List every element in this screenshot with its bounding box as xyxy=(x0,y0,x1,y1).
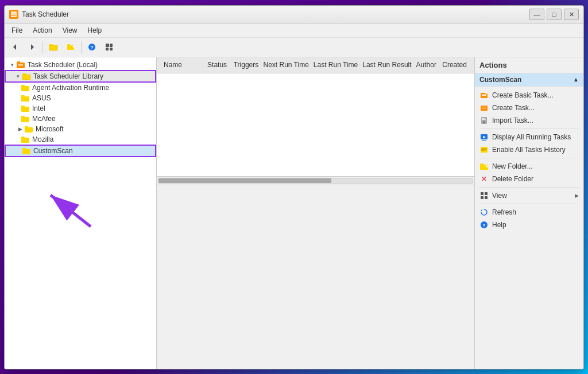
action-create-basic-task[interactable]: Create Basic Task... xyxy=(475,89,583,102)
menu-help[interactable]: Help xyxy=(83,25,107,36)
refresh-icon xyxy=(479,208,489,217)
sidebar-item-library[interactable]: ▾ Task Scheduler Library xyxy=(5,70,156,83)
tree-arrow-microsoft: ▶ xyxy=(16,125,24,133)
svg-rect-27 xyxy=(21,96,29,102)
action-new-folder[interactable]: New Folder... xyxy=(475,160,583,173)
svg-rect-5 xyxy=(49,45,57,50)
sidebar-mcafee-label: McAfee xyxy=(32,115,56,123)
enable-history-label: Enable All Tasks History xyxy=(492,146,566,154)
menu-bar: File Action View Help xyxy=(5,24,583,38)
svg-rect-62 xyxy=(486,165,488,167)
minimize-button[interactable]: — xyxy=(529,9,544,20)
svg-rect-15 xyxy=(110,44,113,47)
svg-rect-42 xyxy=(482,95,486,96)
toolbar-back[interactable] xyxy=(7,40,23,54)
action-help[interactable]: ? Help xyxy=(475,219,583,231)
action-view[interactable]: View ▶ xyxy=(475,189,583,202)
svg-rect-28 xyxy=(21,95,25,97)
svg-rect-44 xyxy=(485,92,488,93)
tree-arrow-root: ▾ xyxy=(8,61,16,69)
sidebar-agent-label: Agent Activation Runtime xyxy=(32,84,109,92)
annotation-arrow xyxy=(22,163,108,232)
action-separator-3 xyxy=(479,187,579,188)
menu-file[interactable]: File xyxy=(7,25,27,36)
lower-panel xyxy=(157,185,474,369)
toolbar-help[interactable]: ? xyxy=(84,40,100,54)
svg-rect-17 xyxy=(110,48,113,50)
sidebar-item-intel[interactable]: Intel xyxy=(5,103,156,114)
scrollbar-track[interactable] xyxy=(158,178,473,184)
sidebar-item-mozilla[interactable]: Mozilla xyxy=(5,134,156,145)
svg-text:✕: ✕ xyxy=(481,175,487,183)
scrollbar-thumb[interactable] xyxy=(158,178,331,183)
sidebar-item-microsoft[interactable]: ▶ Microsoft xyxy=(5,124,156,134)
task-scheduler-icon xyxy=(16,61,25,69)
horizontal-scrollbar[interactable] xyxy=(157,177,474,185)
svg-rect-9 xyxy=(67,44,70,46)
action-enable-history[interactable]: Enable All Tasks History xyxy=(475,143,583,156)
menu-action[interactable]: Action xyxy=(28,25,56,36)
svg-rect-2 xyxy=(11,15,16,15)
action-create-task[interactable]: Create Task... xyxy=(475,102,583,114)
close-button[interactable]: ✕ xyxy=(564,9,579,20)
toolbar-folder[interactable] xyxy=(45,40,61,54)
toolbar-new[interactable] xyxy=(63,40,79,54)
action-display-running[interactable]: Display All Running Tasks xyxy=(475,131,583,143)
sidebar-item-mcafee[interactable]: McAfee xyxy=(5,114,156,124)
delete-folder-label: Delete Folder xyxy=(492,175,533,183)
maximize-button[interactable]: □ xyxy=(547,9,562,20)
svg-rect-57 xyxy=(481,149,487,150)
sidebar-item-asus[interactable]: ASUS xyxy=(5,93,156,103)
action-separator-2 xyxy=(479,158,579,158)
actions-selected-label: CustomScan xyxy=(479,76,521,84)
col-header-author[interactable]: Author xyxy=(414,61,440,69)
sidebar-asus-label: ASUS xyxy=(32,94,51,102)
svg-rect-33 xyxy=(25,127,33,133)
col-header-created[interactable]: Created xyxy=(440,61,470,69)
help-icon: ? xyxy=(479,220,489,229)
sidebar-item-agent[interactable]: Agent Activation Runtime xyxy=(5,83,156,93)
sidebar: ▾ Task Scheduler (Local) ▾ Task Schedule… xyxy=(5,57,157,369)
enable-history-icon xyxy=(479,145,489,154)
svg-rect-36 xyxy=(21,137,25,138)
svg-rect-29 xyxy=(21,107,29,112)
sidebar-item-customscan[interactable]: CustomScan xyxy=(5,145,156,157)
svg-rect-1 xyxy=(11,14,16,14)
actions-list: Create Basic Task... Create Task... xyxy=(475,87,583,233)
svg-rect-46 xyxy=(482,107,486,107)
col-header-next-run[interactable]: Next Run Time xyxy=(261,61,311,69)
folder-icon-asus xyxy=(21,94,30,102)
sidebar-intel-label: Intel xyxy=(32,104,45,112)
action-separator-4 xyxy=(479,204,579,204)
col-header-triggers[interactable]: Triggers xyxy=(231,61,261,69)
folder-icon-mozilla xyxy=(21,135,30,143)
sidebar-mozilla-label: Mozilla xyxy=(32,135,53,143)
action-delete-folder[interactable]: ✕ Delete Folder xyxy=(475,173,583,185)
col-header-status[interactable]: Status xyxy=(205,61,231,69)
sidebar-microsoft-label: Microsoft xyxy=(36,125,64,133)
sidebar-library-label: Task Scheduler Library xyxy=(33,72,103,80)
library-folder-icon xyxy=(22,72,31,80)
action-import-task[interactable]: Import Task... xyxy=(475,114,583,127)
action-refresh[interactable]: Refresh xyxy=(475,206,583,219)
svg-rect-6 xyxy=(49,44,53,46)
content-area: Name Status Triggers Next Run Time Last … xyxy=(157,57,474,369)
svg-marker-68 xyxy=(481,209,482,212)
create-task-label: Create Task... xyxy=(492,104,535,112)
svg-rect-30 xyxy=(21,106,25,107)
col-header-last-result[interactable]: Last Run Result xyxy=(360,61,413,69)
toolbar-view[interactable] xyxy=(101,40,117,54)
col-header-name[interactable]: Name xyxy=(161,61,205,69)
menu-view[interactable]: View xyxy=(58,25,82,36)
svg-rect-37 xyxy=(22,149,30,154)
svg-rect-47 xyxy=(482,108,486,108)
svg-rect-35 xyxy=(21,138,29,143)
display-running-icon xyxy=(479,133,489,142)
col-header-last-run[interactable]: Last Run Time xyxy=(311,61,360,69)
svg-marker-4 xyxy=(31,44,34,50)
svg-rect-22 xyxy=(22,75,30,80)
toolbar-forward[interactable] xyxy=(24,40,40,54)
main-area: ▾ Task Scheduler (Local) ▾ Task Schedule… xyxy=(5,57,583,369)
app-icon xyxy=(9,10,18,19)
sidebar-item-root[interactable]: ▾ Task Scheduler (Local) xyxy=(5,60,156,70)
